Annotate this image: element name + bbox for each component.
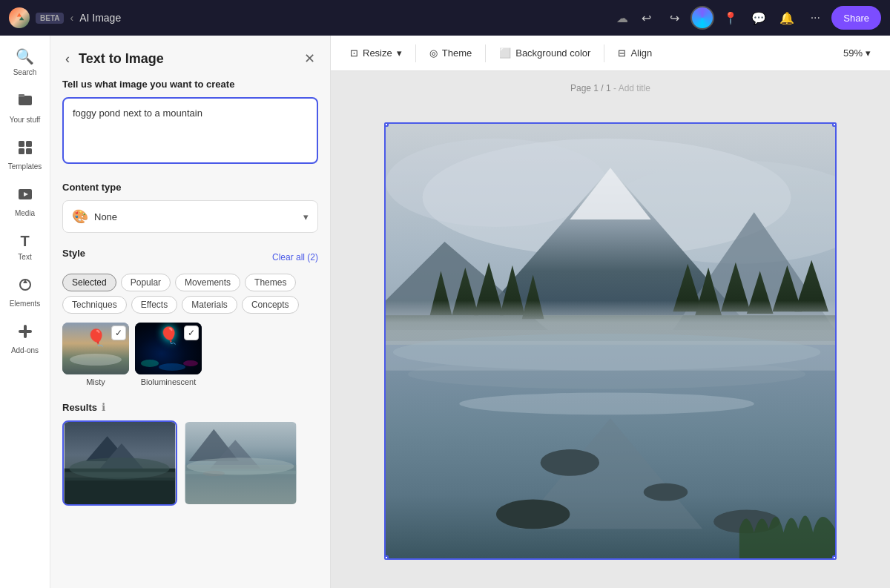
style-tag-materials[interactable]: Materials — [182, 296, 237, 314]
content-type-label: Content type — [62, 182, 318, 193]
main-area: 🔍 Search Your stuff Templates Media T Te… — [0, 36, 890, 588]
zoom-chevron-icon: ▾ — [866, 47, 871, 59]
svg-text:🎈: 🎈 — [86, 328, 107, 348]
sync-icon: ☁ — [616, 11, 628, 25]
canvas-image — [386, 124, 835, 558]
style-thumbnails: 🎈 ✓ Misty — [62, 323, 318, 386]
canvas-frame[interactable] — [384, 122, 837, 560]
resize-dropdown-icon: ▾ — [397, 47, 402, 59]
panel-close-button[interactable]: ✕ — [301, 47, 318, 70]
panel-header: ‹ Text to Image ✕ — [50, 36, 330, 79]
prompt-section-label: Tell us what image you want to create — [62, 79, 318, 90]
back-nav-icon[interactable]: ‹ — [70, 12, 73, 24]
canvas-area: ⊡ Resize ▾ ◎ Theme ⬜ Background color ⊟ … — [331, 36, 890, 588]
clear-all-button[interactable]: Clear all (2) — [272, 252, 318, 262]
elements-icon — [17, 277, 33, 297]
text-to-image-panel: ‹ Text to Image ✕ Tell us what image you… — [50, 36, 331, 588]
align-button[interactable]: ⊟ Align — [610, 43, 659, 63]
sidebar-item-label: Search — [13, 68, 37, 77]
canvas-handle-br[interactable] — [832, 555, 837, 560]
style-tag-popular[interactable]: Popular — [121, 274, 171, 291]
canvas-handle-tl[interactable] — [384, 122, 389, 127]
add-title-text[interactable]: - Add title — [613, 83, 650, 93]
svg-point-32 — [203, 471, 225, 477]
svg-point-58 — [541, 449, 599, 476]
content-type-value: None — [94, 211, 297, 222]
comment-icon[interactable]: 💬 — [747, 6, 771, 30]
theme-label: Theme — [442, 47, 472, 59]
style-tag-effects[interactable]: Effects — [131, 296, 177, 314]
prompt-input[interactable]: foggy pond next to a mountain — [62, 97, 318, 164]
toolbar-divider-2 — [485, 44, 486, 62]
align-label: Align — [630, 47, 652, 59]
svg-point-59 — [644, 483, 688, 501]
zoom-button[interactable]: 59% ▾ — [836, 43, 878, 63]
share-button[interactable]: Share — [831, 6, 881, 30]
style-tag-concepts[interactable]: Concepts — [242, 296, 299, 314]
bg-color-icon: ⬜ — [499, 47, 511, 59]
content-type-emoji: 🎨 — [72, 208, 88, 225]
sidebar-item-label: Media — [15, 209, 35, 218]
redo-button[interactable]: ↪ — [662, 6, 686, 30]
sidebar-item-media[interactable]: Media — [4, 180, 46, 224]
svg-text:🎈: 🎈 — [159, 326, 179, 346]
folder-icon — [17, 92, 33, 113]
style-thumb-misty-check: ✓ — [111, 326, 126, 340]
undo-button[interactable]: ↩ — [634, 6, 658, 30]
result-thumb-2[interactable] — [183, 420, 298, 506]
svg-point-16 — [159, 363, 185, 371]
location-icon[interactable]: 📍 — [719, 6, 742, 30]
content-type-dropdown[interactable]: 🎨 None ▾ — [62, 200, 318, 233]
background-color-button[interactable]: ⬜ Background color — [492, 43, 598, 63]
style-tag-movements[interactable]: Movements — [175, 274, 240, 291]
theme-icon: ◎ — [429, 47, 438, 59]
sidebar-item-label: Elements — [10, 300, 41, 308]
sidebar-item-label: Text — [18, 253, 31, 262]
templates-icon — [17, 139, 33, 159]
sidebar-item-your-stuff[interactable]: Your stuff — [4, 86, 46, 131]
svg-point-63 — [459, 392, 754, 414]
sidebar-item-label: Templates — [8, 162, 42, 171]
svg-rect-62 — [386, 341, 835, 371]
canvas-viewport: Page 1 / 1 - Add title — [331, 71, 890, 588]
notification-icon[interactable]: 🔔 — [775, 6, 799, 30]
results-header: Results ℹ — [62, 401, 318, 413]
style-tag-themes[interactable]: Themes — [245, 274, 296, 291]
style-thumb-misty-label: Misty — [62, 377, 129, 386]
panel-title: Text to Image — [79, 51, 295, 67]
canvas-handle-tr[interactable] — [832, 122, 837, 127]
style-tag-selected[interactable]: Selected — [62, 274, 116, 291]
more-options-button[interactable]: ··· — [803, 6, 827, 30]
style-thumb-bio-check: ✓ — [184, 326, 199, 340]
sidebar: 🔍 Search Your stuff Templates Media T Te… — [0, 36, 50, 588]
style-thumb-misty-img: 🎈 ✓ — [62, 323, 129, 374]
result-thumb-1[interactable] — [62, 420, 177, 506]
results-info-button[interactable]: ℹ — [102, 401, 105, 413]
style-thumb-bio-label: Bioluminescent — [135, 377, 202, 386]
sidebar-item-text[interactable]: T Text — [4, 227, 46, 268]
sidebar-item-templates[interactable]: Templates — [4, 133, 46, 177]
resize-button[interactable]: ⊡ Resize ▾ — [343, 43, 409, 63]
svg-point-12 — [70, 354, 122, 366]
panel-back-button[interactable]: ‹ — [62, 48, 73, 70]
sidebar-item-search[interactable]: 🔍 Search — [4, 42, 46, 83]
style-tag-techniques[interactable]: Techniques — [62, 296, 127, 314]
avatar[interactable] — [690, 6, 714, 30]
theme-button[interactable]: ◎ Theme — [422, 43, 479, 63]
sidebar-item-elements[interactable]: Elements — [4, 271, 46, 314]
svg-rect-3 — [26, 141, 32, 147]
sidebar-item-add-ons[interactable]: Add-ons — [4, 317, 46, 361]
topbar: BETA ‹ AI Image ☁ ↩ ↪ 📍 💬 🔔 ··· Share — [0, 0, 890, 36]
toolbar-divider-3 — [604, 44, 604, 62]
svg-rect-1 — [19, 94, 24, 97]
align-icon: ⊟ — [618, 47, 626, 59]
style-thumb-bio-img: 🎈 ✓ — [135, 323, 202, 374]
toolbar-divider-1 — [415, 44, 416, 62]
svg-point-61 — [496, 499, 570, 529]
canvas-toolbar: ⊡ Resize ▾ ◎ Theme ⬜ Background color ⊟ … — [331, 36, 890, 71]
svg-rect-25 — [65, 478, 176, 480]
style-thumb-bioluminescent[interactable]: 🎈 ✓ Bioluminescent — [135, 323, 202, 386]
canvas-handle-bl[interactable] — [384, 555, 389, 560]
svg-rect-31 — [185, 471, 297, 475]
style-thumb-misty[interactable]: 🎈 ✓ Misty — [62, 323, 129, 386]
